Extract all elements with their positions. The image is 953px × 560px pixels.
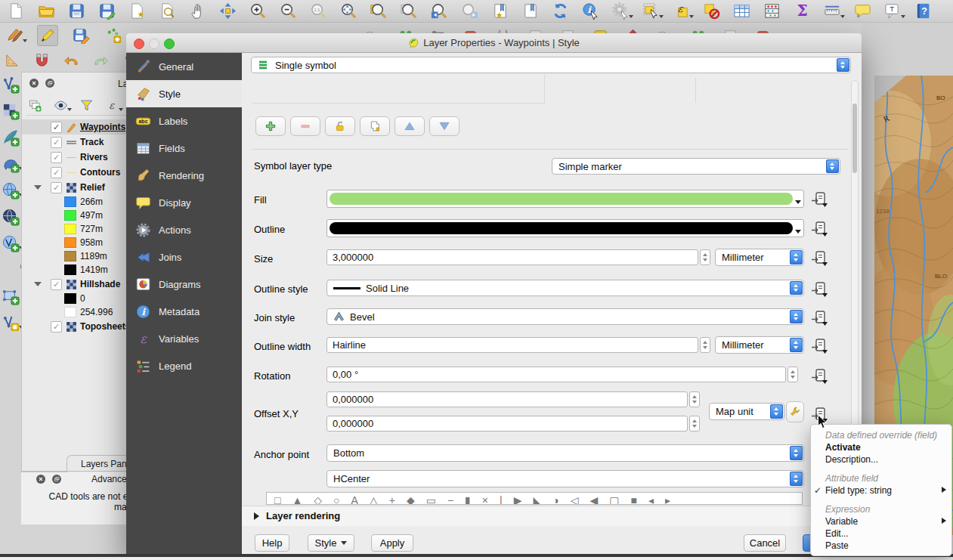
menu-item-paste[interactable]: Paste — [811, 540, 951, 552]
dialog-titlebar[interactable]: Layer Properties - Waypoints | Style — [126, 33, 862, 53]
layer-visibility-checkbox[interactable]: ✓ — [51, 182, 62, 193]
save-project-as[interactable] — [97, 2, 116, 21]
offset-x-stepper[interactable] — [689, 391, 700, 407]
help-contents[interactable]: ? — [913, 2, 933, 21]
snapping-options[interactable] — [32, 50, 51, 70]
float-panel-icon[interactable] — [44, 77, 56, 89]
marker-tri-filled[interactable]: ◀ — [589, 494, 598, 504]
text-annotation[interactable]: T — [883, 2, 902, 21]
offset-x-input[interactable]: 0,000000 — [326, 391, 688, 407]
deselect-all[interactable] — [701, 2, 721, 21]
dropdown-spinner-icon[interactable] — [826, 159, 839, 173]
cancel-button[interactable]: Cancel — [744, 534, 786, 552]
add-postgis-layer[interactable] — [1, 155, 20, 173]
tab-style[interactable]: Style — [126, 80, 242, 107]
marker-cross[interactable]: + — [389, 494, 395, 504]
scrollbar-thumb[interactable] — [852, 104, 857, 173]
marker-arrow-right[interactable]: ▸ — [665, 494, 670, 504]
marker-x[interactable]: × — [482, 494, 488, 504]
tab-labels[interactable]: abcLabels — [126, 107, 242, 135]
symbol-layer-type-select[interactable]: Simple marker — [552, 158, 840, 175]
select-features[interactable] — [641, 2, 661, 21]
map-unit-scale-button[interactable] — [786, 401, 804, 422]
outline-data-defined-button[interactable] — [810, 221, 830, 237]
renderer-select[interactable]: Single symbol — [251, 57, 851, 73]
color-dropdown-icon[interactable] — [795, 230, 801, 234]
outline-width-input[interactable]: Hairline — [326, 337, 698, 353]
marker-triangle[interactable]: ▲ — [292, 494, 302, 504]
new-project[interactable] — [6, 2, 26, 21]
dropdown-spinner-icon[interactable] — [790, 338, 803, 352]
current-edits[interactable] — [5, 26, 24, 45]
toggle-editing[interactable] — [37, 25, 58, 46]
zoom-native[interactable]: 1:1 — [308, 2, 328, 21]
layer-visibility-checkbox[interactable]: ✓ — [51, 167, 62, 178]
tab-rendering[interactable]: Rendering — [126, 162, 242, 189]
map-tips[interactable] — [852, 2, 872, 21]
save-project[interactable] — [67, 2, 86, 21]
filter-legend[interactable] — [78, 97, 94, 114]
tab-variables[interactable]: εVariables — [126, 325, 242, 352]
menu-item-description[interactable]: Description... — [811, 453, 951, 466]
anchor-horizontal-select[interactable]: HCenter — [326, 470, 804, 487]
add-wfs-layer[interactable] — [1, 234, 20, 252]
menu-item-variable[interactable]: Variable — [811, 515, 951, 528]
zoom-last[interactable] — [429, 2, 449, 21]
anchor-vertical-select[interactable]: Bottom — [326, 444, 804, 462]
tab-diagrams[interactable]: Diagrams — [126, 271, 242, 298]
float-panel-icon[interactable] — [51, 473, 63, 485]
color-dropdown-icon[interactable] — [795, 200, 801, 204]
marker-pentagon[interactable]: ◇ — [314, 494, 322, 504]
redo[interactable] — [91, 50, 110, 70]
size-data-defined-button[interactable] — [810, 250, 830, 267]
dropdown-spinner-icon[interactable] — [790, 472, 803, 486]
expression-filter[interactable]: ε — [104, 97, 120, 114]
tab-fields[interactable]: Fields — [126, 135, 242, 162]
tab-general[interactable]: General — [126, 53, 242, 80]
tab-legend[interactable]: Legend — [126, 352, 242, 379]
undo[interactable] — [61, 50, 81, 70]
zoom-full[interactable] — [339, 2, 358, 21]
symbol-tree-area[interactable] — [252, 75, 545, 104]
collapse-arrow-icon[interactable] — [254, 512, 259, 520]
outline-width-unit-select[interactable]: Millimeter — [715, 336, 804, 354]
new-bookmark[interactable] — [490, 2, 509, 21]
join-style-data-defined-button[interactable] — [810, 310, 830, 326]
marker-dash[interactable]: − — [447, 494, 453, 504]
new-shapefile-layer[interactable] — [1, 287, 20, 305]
field-calculator[interactable] — [762, 2, 781, 21]
marker-tri-left[interactable]: ◁ — [571, 494, 579, 504]
composer-manager[interactable] — [157, 2, 177, 21]
dropdown-spinner-icon[interactable] — [790, 281, 803, 295]
close-panel-icon[interactable] — [28, 77, 40, 89]
pan-map[interactable] — [187, 2, 207, 21]
add-delimited-text-layer[interactable] — [1, 128, 20, 147]
zoom-in[interactable] — [248, 2, 268, 21]
lock-symbol-layer-button[interactable] — [325, 116, 355, 136]
enable-advanced-digitizing[interactable] — [2, 50, 22, 70]
marker-diamond[interactable]: ◆ — [407, 494, 415, 504]
layer-visibility-checkbox[interactable]: ✓ — [51, 321, 62, 333]
statistical-summary[interactable]: Σ — [792, 2, 812, 21]
tab-joins[interactable]: Joins — [126, 243, 242, 271]
outline-style-select[interactable]: Solid Line — [326, 280, 804, 296]
marker-letter-a[interactable]: A — [351, 494, 358, 504]
fill-color-button[interactable] — [326, 190, 804, 208]
outline-width-stepper[interactable] — [700, 337, 710, 353]
menu-item-field-type[interactable]: Field type: string✓ — [811, 484, 951, 497]
offset-y-stepper[interactable] — [689, 416, 700, 432]
move-symbol-layer-up-button[interactable] — [395, 116, 425, 136]
save-layer-edits[interactable] — [71, 26, 91, 45]
add-vector-layer[interactable] — [1, 76, 20, 94]
expand-arrow-icon[interactable] — [34, 282, 42, 286]
layer-visibility-checkbox[interactable]: ✓ — [51, 279, 62, 290]
help-button[interactable]: Help — [255, 534, 289, 552]
pan-to-selection[interactable] — [218, 2, 237, 21]
marker-square-filled[interactable]: ■ — [630, 494, 636, 504]
rotation-data-defined-button[interactable] — [810, 368, 830, 385]
style-menu-button[interactable]: Style — [308, 534, 354, 552]
marker-circle[interactable]: ○ — [333, 494, 339, 504]
expand-arrow-icon[interactable] — [34, 185, 42, 190]
size-input[interactable]: 3,000000 — [326, 249, 698, 265]
outline-width-data-defined-button[interactable] — [810, 338, 830, 354]
